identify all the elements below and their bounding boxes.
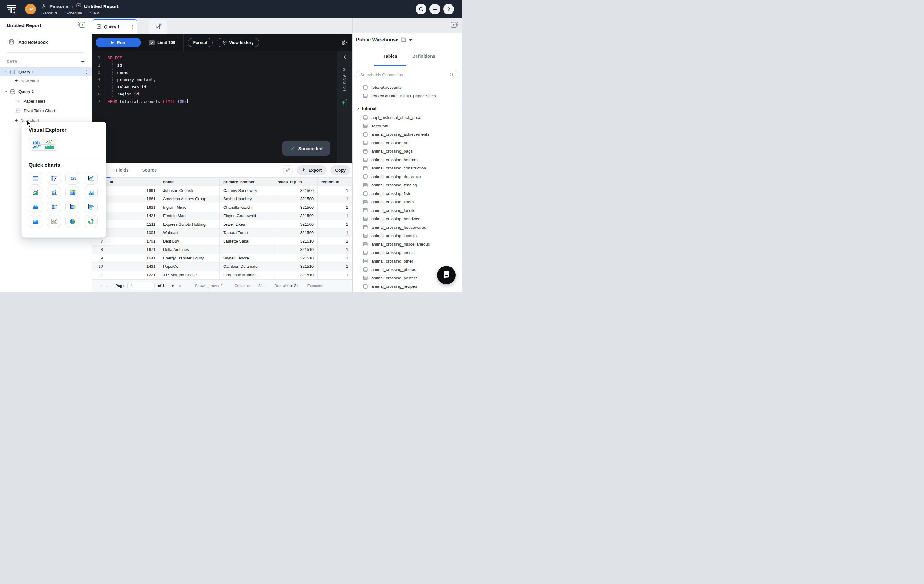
- table-list-item[interactable]: animal_crossing_music: [353, 248, 462, 257]
- chevron-left-icon[interactable]: [343, 55, 346, 60]
- sidebar-item-pivot-table-chart[interactable]: Pivot Table Chart: [0, 106, 92, 115]
- table-row[interactable]: 71701Best BuyLaurette Sakai3215101: [92, 237, 352, 246]
- chevron-down-icon[interactable]: [4, 70, 8, 74]
- new-chart-button-query1[interactable]: + New chart: [0, 76, 92, 85]
- table-row[interactable]: 111221J.P. Morgan ChaseFlorentino Madrig…: [92, 271, 352, 280]
- quick-chart-area[interactable]: [28, 201, 42, 214]
- table-list-item[interactable]: animal_crossing_fencing: [353, 181, 462, 189]
- table-list-item[interactable]: animal_crossing_art: [353, 139, 462, 147]
- sidebar-item-query1[interactable]: Query 1: [0, 67, 92, 76]
- add-data-button[interactable]: +: [81, 59, 85, 65]
- caret-down-icon[interactable]: [409, 39, 412, 41]
- view-history-button[interactable]: View history: [216, 38, 259, 47]
- quick-chart-pie[interactable]: [66, 215, 79, 228]
- columns-label[interactable]: Columns: [234, 284, 249, 288]
- quick-chart-stacked-column-100[interactable]: [66, 186, 79, 199]
- help-button[interactable]: [443, 4, 454, 15]
- code-line[interactable]: 1SELECT: [92, 54, 337, 62]
- quick-chart-stacked-bar-100[interactable]: [66, 201, 79, 214]
- visual-explorer-button[interactable]: [28, 138, 59, 151]
- copy-button[interactable]: Copy: [330, 166, 350, 175]
- prev-page-button[interactable]: ‹: [107, 283, 109, 288]
- table-list-item[interactable]: animal_crossing_insects: [353, 232, 462, 240]
- limit-label[interactable]: Limit 100: [157, 40, 175, 45]
- table-row[interactable]: 81671Delta Air Lines3215101: [92, 246, 352, 254]
- breadcrumb-workspace[interactable]: Personal: [50, 4, 69, 9]
- table-row[interactable]: 21661American Airlines GroupSasha Haughe…: [92, 195, 352, 204]
- table-list-item[interactable]: animal_crossing_fish: [353, 189, 462, 198]
- tab-query1[interactable]: Query 1: [92, 19, 137, 34]
- column-header-name[interactable]: name: [159, 178, 219, 186]
- code-line[interactable]: 7FROM tutorial.accounts LIMIT 100;: [92, 98, 337, 105]
- column-header-id[interactable]: id: [106, 178, 159, 186]
- table-list-item[interactable]: animal_crossing_fossils: [353, 206, 462, 215]
- chat-widget-button[interactable]: [437, 266, 455, 284]
- table-list-item[interactable]: animal_crossing_housewares: [353, 223, 462, 232]
- menu-report[interactable]: Report: [41, 11, 58, 15]
- quick-chart-line[interactable]: [84, 172, 98, 184]
- quick-chart-grouped-column[interactable]: [84, 186, 98, 199]
- tab-definitions[interactable]: Definitions: [412, 54, 435, 59]
- app-logo[interactable]: [6, 4, 17, 15]
- breadcrumb-report[interactable]: Untitled Report: [84, 4, 119, 9]
- quick-chart-pivot[interactable]: [47, 172, 61, 184]
- run-button[interactable]: Run: [96, 38, 141, 47]
- tab-kebab-menu-icon[interactable]: [132, 25, 133, 29]
- code-line[interactable]: 6 region_id: [92, 90, 337, 98]
- table-row[interactable]: 41421Freddie MacElayne Grunewald3215001: [92, 212, 352, 220]
- sql-code-editor[interactable]: 1SELECT2 id,3 name,4 primary_contact,5 s…: [92, 51, 352, 163]
- table-row[interactable]: 101431PepsiCoCathleen Delamater3215101: [92, 263, 352, 271]
- horizontal-scroll-indicator[interactable]: [106, 176, 111, 178]
- connection-name[interactable]: Public Warehouse: [356, 37, 398, 43]
- expand-panel-button[interactable]: [450, 21, 459, 30]
- table-list-item[interactable]: animal_crossing_dress_up: [353, 173, 462, 181]
- quick-chart-stacked-column[interactable]: [47, 186, 61, 199]
- table-row[interactable]: 91641Energy Transfer EquityWynell Lepore…: [92, 254, 352, 263]
- table-list-item[interactable]: animal_crossing_headwear: [353, 215, 462, 223]
- kebab-menu-icon[interactable]: [86, 70, 87, 74]
- table-list-item[interactable]: animal_crossing_achievements: [353, 130, 462, 139]
- column-header-region-id[interactable]: region_id: [318, 178, 352, 186]
- quick-chart-table[interactable]: [28, 172, 42, 184]
- table-list-item[interactable]: accounts: [353, 122, 462, 130]
- code-line[interactable]: 5 sales_rep_id,: [92, 84, 337, 91]
- quick-chart-bar[interactable]: [84, 201, 98, 214]
- tab-source[interactable]: Source: [142, 168, 156, 173]
- code-line[interactable]: 4 primary_contact,: [92, 76, 337, 84]
- table-row[interactable]: 61001WalmartTamara Tuma3215001: [92, 229, 352, 237]
- sidebar-item-query2[interactable]: Query 2: [0, 87, 92, 96]
- ai-assist-panel[interactable]: AI ASSIST: [337, 51, 352, 163]
- add-button[interactable]: [429, 4, 440, 15]
- connection-search[interactable]: [356, 70, 458, 79]
- table-list-item[interactable]: animal_crossing_bags: [353, 147, 462, 156]
- sidebar-item-paper-sales[interactable]: ^2 Paper sales: [0, 97, 92, 105]
- table-list-item[interactable]: tutorial.dunder_mifflin_paper_sales: [353, 92, 462, 100]
- table-list-item[interactable]: animal_crossing_construction: [353, 164, 462, 173]
- settings-gear-icon[interactable]: [341, 39, 347, 46]
- table-row[interactable]: 51211Express Scripts HoldingJewell Likes…: [92, 220, 352, 229]
- collapse-panel-button[interactable]: [77, 21, 86, 30]
- quick-chart-scatter[interactable]: [47, 215, 61, 228]
- export-button[interactable]: Export: [297, 166, 327, 175]
- next-page-button[interactable]: [172, 284, 174, 287]
- table-list-item[interactable]: tutorial.accounts: [353, 83, 462, 92]
- quick-chart-combo[interactable]: [28, 186, 42, 199]
- size-label[interactable]: Size: [258, 284, 266, 288]
- menu-view[interactable]: View: [90, 11, 99, 15]
- new-chart-tab-button[interactable]: [148, 20, 167, 34]
- search-input[interactable]: [360, 72, 449, 77]
- code-line[interactable]: 3 name,: [92, 69, 337, 76]
- table-row[interactable]: 31631Ingram MicroChanelle Keach3215001: [92, 203, 352, 212]
- chevron-down-icon[interactable]: [4, 90, 8, 93]
- code-line[interactable]: 2 id,: [92, 62, 337, 69]
- menu-schedule[interactable]: Schedule: [66, 11, 82, 15]
- page-input[interactable]: [127, 282, 155, 290]
- quick-chart-stacked-bar[interactable]: [47, 201, 61, 214]
- table-list-item[interactable]: animal_crossing_miscellaneous: [353, 240, 462, 249]
- table-row[interactable]: 11691Johnson ControlsCammy Sosnowski3215…: [92, 186, 352, 195]
- limit-checkbox[interactable]: [149, 40, 155, 46]
- table-list-item[interactable]: animal_crossing_other: [353, 257, 462, 266]
- format-button[interactable]: Format: [188, 38, 213, 47]
- schema-group-tutorial[interactable]: tutorial: [353, 104, 462, 113]
- tab-tables[interactable]: Tables: [383, 54, 397, 59]
